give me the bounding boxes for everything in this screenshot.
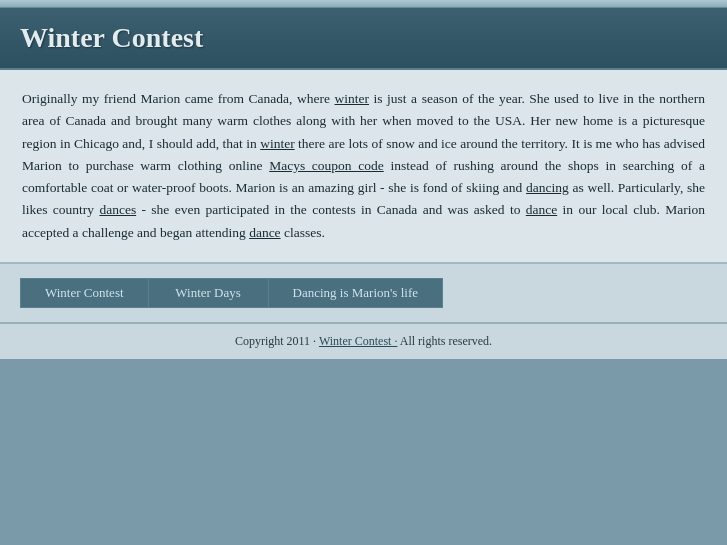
main-container: Winter Contest Originally my friend Mari… <box>0 8 727 359</box>
macys-link[interactable]: Macys coupon code <box>269 158 384 173</box>
footer: Copyright 2011 · Winter Contest · All ri… <box>0 323 727 359</box>
footer-link[interactable]: Winter Contest · <box>319 334 398 348</box>
winter-link-1[interactable]: winter <box>335 91 370 106</box>
content-area: Originally my friend Marion came from Ca… <box>0 70 727 264</box>
page-header: Winter Contest <box>0 8 727 70</box>
winter-link-2[interactable]: winter <box>260 136 295 151</box>
tab-winter-contest[interactable]: Winter Contest <box>20 278 149 308</box>
footer-suffix: All rights reserved. <box>400 334 492 348</box>
dancing-link[interactable]: dancing <box>526 180 569 195</box>
tab-winter-days[interactable]: Winter Days <box>149 278 269 308</box>
tab-dancing[interactable]: Dancing is Marion's life <box>269 278 443 308</box>
dances-link[interactable]: dances <box>99 202 136 217</box>
main-paragraph: Originally my friend Marion came from Ca… <box>22 88 705 244</box>
below-fold <box>0 359 727 529</box>
dance-link-2[interactable]: dance <box>249 225 280 240</box>
nav-tabs: Winter Contest Winter Days Dancing is Ma… <box>0 264 727 323</box>
top-bar <box>0 0 727 8</box>
footer-copyright: Copyright 2011 · <box>235 334 316 348</box>
dance-link-1[interactable]: dance <box>526 202 557 217</box>
page-title: Winter Contest <box>20 22 707 54</box>
